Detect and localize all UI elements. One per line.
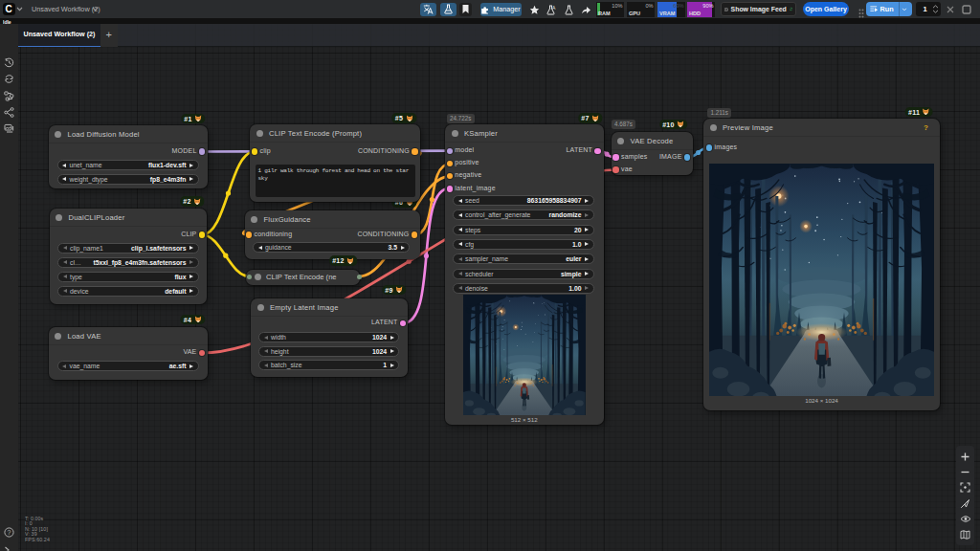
svg-text:A: A — [552, 5, 556, 11]
svg-text:?: ? — [8, 529, 11, 536]
